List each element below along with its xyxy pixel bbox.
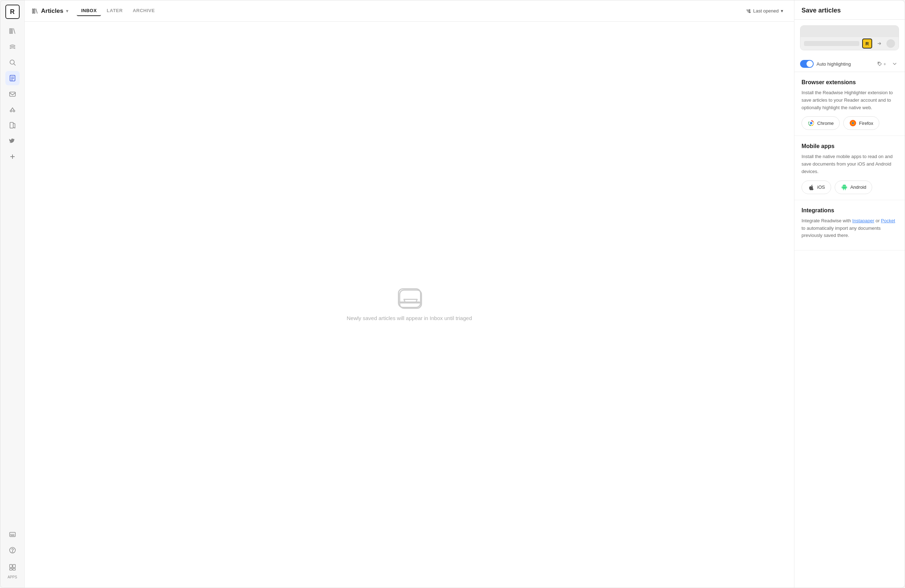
chrome-label: Chrome: [817, 120, 834, 126]
sidebar-item-library[interactable]: [5, 24, 20, 38]
nav-tabs: INBOX LATER ARCHIVE: [77, 6, 159, 16]
instapaper-link[interactable]: Instapaper: [852, 218, 874, 223]
svg-point-16: [12, 552, 13, 552]
browser-extensions-title: Browser extensions: [802, 79, 897, 86]
android-icon: [841, 184, 848, 191]
mobile-apps-title: Mobile apps: [802, 143, 897, 149]
main-area: Articles ▾ INBOX LATER ARCHIVE Last open…: [25, 0, 794, 588]
sidebar-item-search[interactable]: [5, 55, 20, 70]
apps-label: APPS: [8, 575, 17, 579]
panel-collapse-button[interactable]: [891, 60, 899, 68]
sidebar-bottom: APPS: [4, 527, 21, 583]
empty-state-text: Newly saved articles will appear in Inbo…: [346, 315, 472, 321]
integrations-text-before: Integrate Readwise with: [802, 218, 852, 223]
apps-button[interactable]: APPS: [4, 559, 21, 580]
readwise-extension-icon: R: [862, 38, 872, 49]
sidebar-narrow: R: [0, 0, 25, 588]
shortcuts-button[interactable]: [5, 527, 20, 542]
tab-archive[interactable]: ARCHIVE: [129, 6, 159, 16]
integrations-title: Integrations: [802, 207, 897, 214]
logo-button[interactable]: R: [5, 5, 20, 19]
sort-chevron: ▾: [781, 8, 783, 14]
right-panel: Save articles R Auto highlighting: [794, 0, 905, 588]
svg-rect-18: [13, 568, 15, 570]
mobile-btn-row: iOS Android: [802, 181, 897, 194]
top-header: Articles ▾ INBOX LATER ARCHIVE Last open…: [25, 0, 794, 22]
sort-label: Last opened: [753, 8, 779, 14]
tab-later[interactable]: LATER: [102, 6, 127, 16]
sort-button[interactable]: Last opened ▾: [742, 6, 787, 16]
android-label: Android: [850, 184, 867, 190]
apple-icon: [808, 184, 815, 191]
sidebar-item-feed[interactable]: [5, 40, 20, 54]
svg-point-27: [810, 122, 813, 125]
browser-btn-row: Chrome Firefox: [802, 116, 897, 130]
svg-rect-22: [34, 9, 35, 13]
firefox-icon: [849, 119, 856, 127]
integrations-section: Integrations Integrate Readwise with Ins…: [794, 200, 905, 250]
firefox-label: Firefox: [859, 120, 873, 126]
chrome-button[interactable]: Chrome: [802, 116, 840, 130]
logo-text: R: [10, 8, 14, 16]
section-title-text: Articles: [41, 8, 63, 14]
svg-point-25: [879, 63, 879, 63]
browser-url-bar: R: [800, 37, 899, 50]
svg-rect-8: [10, 92, 15, 96]
highlight-toggle-row: Auto highlighting +: [794, 56, 905, 72]
chrome-icon: [808, 119, 815, 127]
svg-rect-17: [10, 568, 12, 570]
sidebar-item-articles[interactable]: [5, 71, 20, 85]
pocket-link[interactable]: Pocket: [881, 218, 895, 223]
sidebar-item-email[interactable]: [5, 87, 20, 101]
browser-chrome-bar: [800, 26, 899, 37]
svg-rect-1: [11, 29, 13, 33]
inbox-tray-icon: [398, 288, 421, 308]
svg-line-3: [14, 64, 15, 65]
firefox-button[interactable]: Firefox: [843, 116, 879, 130]
integrations-desc: Integrate Readwise with Instapaper or Po…: [802, 217, 897, 239]
browser-extensions-section: Browser extensions Install the Readwise …: [794, 72, 905, 136]
right-panel-title: Save articles: [794, 0, 905, 20]
extension-arrow-icon: [875, 39, 884, 48]
svg-rect-19: [10, 564, 12, 567]
section-title[interactable]: Articles ▾: [32, 8, 68, 14]
svg-point-30: [852, 122, 854, 124]
integrations-text-middle: or: [874, 218, 881, 223]
app-container: R: [0, 0, 905, 588]
browser-mockup: R: [800, 25, 899, 50]
browser-extensions-desc: Install the Readwise Highlighter extensi…: [802, 89, 897, 111]
svg-rect-20: [13, 564, 15, 567]
ios-label: iOS: [817, 184, 825, 190]
android-button[interactable]: Android: [835, 181, 873, 194]
mobile-apps-desc: Install the native mobile apps to read o…: [802, 153, 897, 175]
integrations-text-after: to automatically import any documents pr…: [802, 225, 881, 238]
empty-state: Newly saved articles will appear in Inbo…: [25, 22, 794, 588]
auto-highlight-text: Auto highlighting: [816, 61, 851, 67]
auto-highlight-label: Auto highlighting: [800, 60, 851, 68]
svg-rect-11: [10, 122, 13, 128]
extension-circle-icon: [886, 39, 895, 48]
sidebar-item-books[interactable]: [5, 118, 20, 132]
sidebar-item-twitter[interactable]: [5, 134, 20, 148]
ios-button[interactable]: iOS: [802, 181, 831, 194]
auto-highlight-toggle[interactable]: [800, 60, 814, 68]
svg-point-2: [10, 60, 14, 64]
apps-icon: [5, 560, 20, 574]
mobile-apps-section: Mobile apps Install the native mobile ap…: [794, 136, 905, 200]
sidebar-item-scissors[interactable]: [5, 102, 20, 117]
help-button[interactable]: [5, 543, 20, 557]
section-title-chevron: ▾: [66, 9, 68, 14]
svg-rect-21: [32, 9, 33, 13]
tab-inbox[interactable]: INBOX: [77, 6, 101, 16]
svg-rect-0: [10, 29, 11, 33]
right-panel-title-text: Save articles: [802, 7, 841, 14]
sidebar-item-add[interactable]: [5, 149, 20, 164]
tag-button[interactable]: +: [875, 60, 888, 68]
